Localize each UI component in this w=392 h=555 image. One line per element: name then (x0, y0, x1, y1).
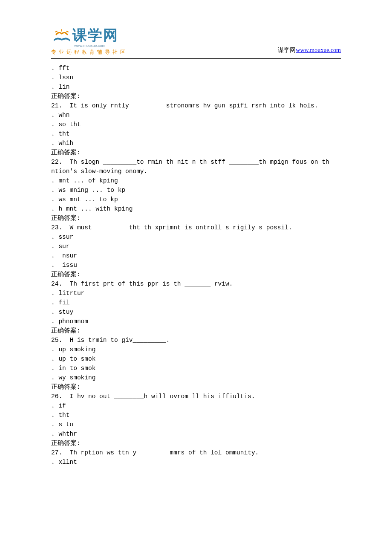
logo-url-text: www.mouxue.com (74, 43, 105, 48)
answer-label: 正确答案: (51, 148, 341, 157)
header-site-link: 谋学网www.mouxue.com (278, 46, 341, 56)
logo-main-text: 课学网 (72, 26, 118, 45)
option-line: . ws mnt ... to kp (51, 195, 341, 204)
answer-label: 正确答案: (51, 382, 341, 392)
question-line: 26. I hv no out ________h will ovrom ll … (51, 392, 341, 401)
option-line: . if (51, 401, 341, 410)
question-line: 23. W must ________ tht th xprimnt is on… (51, 223, 341, 232)
question-line: 27. Th rption ws ttn y _______ mmrs of t… (51, 448, 341, 457)
header-divider (51, 58, 341, 59)
option-line: . in to smok (51, 364, 341, 373)
option-line: . phnomnom (51, 317, 341, 326)
question-line: 24. Th first prt of this ppr is th _____… (51, 279, 341, 289)
option-line: . whn (51, 110, 341, 120)
answer-label: 正确答案: (51, 270, 341, 279)
option-line: . whthr (51, 429, 341, 439)
answer-label: 正确答案: (51, 439, 341, 448)
answer-label: 正确答案: (51, 92, 341, 101)
option-line: . up smoking (51, 345, 341, 354)
option-line: . tht (51, 410, 341, 420)
option-line: . so tht (51, 120, 341, 129)
option-line: . litrtur (51, 289, 341, 298)
option-line: . fft (51, 64, 341, 73)
option-line: . ssur (51, 232, 341, 242)
option-line: . whih (51, 139, 341, 148)
option-line: . xllnt (51, 457, 341, 467)
answer-label: 正确答案: (51, 326, 341, 335)
logo-top-row: 课学网 (51, 26, 118, 45)
option-line: . nsur (51, 251, 341, 260)
option-line: . sur (51, 242, 341, 251)
page-header: 课学网 www.mouxue.com 专业远程教育辅导社区 谋学网www.mou… (51, 26, 341, 56)
page-container: 课学网 www.mouxue.com 专业远程教育辅导社区 谋学网www.mou… (0, 0, 392, 484)
option-line: . h mnt ... with kping (51, 204, 341, 214)
option-line: . wy smoking (51, 373, 341, 382)
option-line: . lin (51, 82, 341, 92)
question-line: 25. H is trmin to giv_________. (51, 335, 341, 345)
logo-tagline: 专业远程教育辅导社区 (51, 49, 128, 56)
site-label: 谋学网 (278, 47, 296, 53)
option-line: . s to (51, 420, 341, 429)
question-line: 22. Th slogn _________to rmin th nit n t… (51, 157, 341, 176)
option-line: . tht (51, 129, 341, 139)
document-content: . fft. lssn. lin正确答案:21. It is only rntl… (51, 64, 341, 467)
option-line: . issu (51, 260, 341, 270)
site-url-link[interactable]: www.mouxue.com (296, 47, 341, 53)
option-line: . fil (51, 298, 341, 307)
option-line: . mnt ... of kping (51, 176, 341, 185)
question-line: 21. It is only rntly _________stronomrs … (51, 101, 341, 110)
option-line: . ws mning ... to kp (51, 185, 341, 195)
option-line: . up to smok (51, 354, 341, 364)
logo-block: 课学网 www.mouxue.com 专业远程教育辅导社区 (51, 26, 128, 56)
option-line: . lssn (51, 73, 341, 82)
answer-label: 正确答案: (51, 214, 341, 223)
book-icon (51, 27, 72, 44)
option-line: . stuy (51, 307, 341, 317)
